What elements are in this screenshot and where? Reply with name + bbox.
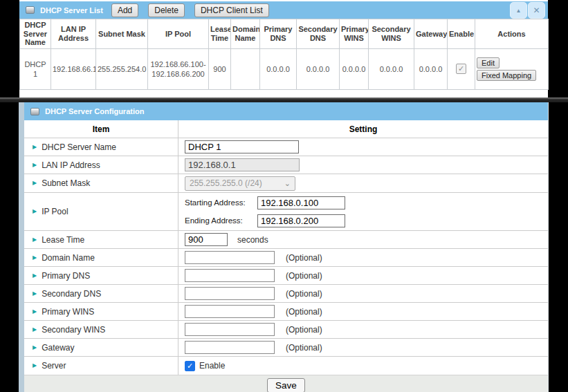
row-label: Domain Name bbox=[42, 253, 95, 263]
row-dhcp-server-name: ▶ DHCP Server Name bbox=[24, 138, 548, 156]
starting-address-input[interactable] bbox=[257, 196, 345, 209]
close-icon: ✕ bbox=[533, 6, 540, 15]
optional-hint: (Optional) bbox=[286, 325, 322, 335]
col-subnet-mask: Subnet Mask bbox=[96, 19, 148, 49]
cell-primary-dns: 0.0.0.0 bbox=[260, 48, 297, 89]
starting-address-label: Starting Address: bbox=[185, 198, 257, 207]
add-button[interactable]: Add bbox=[111, 3, 138, 17]
subnet-mask-select: 255.255.255.0 (/24) ⌄ bbox=[185, 176, 295, 191]
row-domain-name: ▶ Domain Name (Optional) bbox=[24, 248, 548, 266]
bullet-icon: ▶ bbox=[33, 309, 37, 315]
lease-time-unit: seconds bbox=[237, 235, 268, 245]
setting-column-header: Setting bbox=[178, 120, 548, 138]
lan-ip-address-input bbox=[185, 158, 300, 171]
save-button[interactable]: Save bbox=[267, 378, 305, 392]
row-label: Secondary DNS bbox=[42, 289, 101, 299]
server-enable-label: Enable bbox=[199, 361, 225, 371]
screen: DHCP Server List Add Delete DHCP Client … bbox=[0, 0, 568, 392]
cell-domain-name bbox=[231, 48, 260, 89]
row-subnet-mask: ▶ Subnet Mask 255.255.255.0 (/24) ⌄ bbox=[24, 174, 548, 192]
col-lease-time: Lease Time bbox=[209, 19, 231, 49]
server-enable-checkbox[interactable]: ✓ bbox=[185, 361, 195, 371]
row-label: Primary DNS bbox=[42, 271, 90, 281]
edit-button[interactable]: Edit bbox=[477, 57, 500, 68]
cell-secondary-dns: 0.0.0.0 bbox=[297, 48, 340, 89]
enable-checkbox-disabled: ✓ bbox=[456, 64, 466, 74]
dhcp-server-list-table: DHCP Server Name LAN IP Address Subnet M… bbox=[19, 19, 549, 90]
col-ip-pool: IP Pool bbox=[148, 19, 209, 49]
bullet-icon: ▶ bbox=[33, 345, 37, 351]
collapse-panel-button[interactable]: ▲ bbox=[510, 2, 527, 19]
row-label: Lease Time bbox=[42, 235, 84, 245]
row-gateway: ▶ Gateway (Optional) bbox=[24, 338, 548, 356]
optional-hint: (Optional) bbox=[286, 343, 322, 353]
dhcp-server-list-panel: DHCP Server List Add Delete DHCP Client … bbox=[19, 0, 548, 97]
optional-hint: (Optional) bbox=[286, 253, 322, 263]
bullet-icon: ▶ bbox=[33, 162, 37, 168]
panel-left-edge bbox=[19, 102, 24, 392]
cell-ip-pool: 192.168.66.100-192.168.66.200 bbox=[148, 48, 209, 89]
cell-primary-wins: 0.0.0.0 bbox=[340, 48, 369, 89]
subnet-mask-value: 255.255.255.0 (/24) bbox=[190, 178, 262, 188]
optional-hint: (Optional) bbox=[286, 307, 322, 317]
dhcp-server-configuration-panel: DHCP Server Configuration Item Setting ▶… bbox=[24, 102, 549, 392]
bullet-icon: ▶ bbox=[33, 255, 37, 261]
config-table-header: Item Setting bbox=[24, 120, 548, 138]
delete-button[interactable]: Delete bbox=[148, 3, 185, 17]
cell-lease-time: 900 bbox=[209, 48, 231, 89]
bullet-icon: ▶ bbox=[33, 180, 37, 186]
bullet-icon: ▶ bbox=[33, 327, 37, 333]
row-secondary-dns: ▶ Secondary DNS (Optional) bbox=[24, 284, 548, 302]
item-column-header: Item bbox=[24, 120, 178, 138]
col-lan-ip-address: LAN IP Address bbox=[51, 19, 96, 49]
primary-dns-input[interactable] bbox=[185, 269, 275, 282]
col-domain-name: Domain Name bbox=[231, 19, 260, 49]
row-label: LAN IP Address bbox=[42, 160, 100, 170]
ending-address-label: Ending Address: bbox=[185, 216, 257, 225]
cell-secondary-wins: 0.0.0.0 bbox=[369, 48, 414, 89]
row-lan-ip-address: ▶ LAN IP Address bbox=[24, 156, 548, 174]
cell-actions: Edit Fixed Mapping bbox=[475, 48, 549, 89]
secondary-dns-input[interactable] bbox=[185, 287, 275, 300]
list-panel-titlebar: DHCP Server List Add Delete DHCP Client … bbox=[19, 1, 548, 19]
dhcp-client-list-button[interactable]: DHCP Client List bbox=[194, 3, 269, 17]
domain-name-input[interactable] bbox=[185, 251, 275, 264]
region-separator bbox=[0, 97, 568, 102]
col-primary-dns: Primary DNS bbox=[260, 19, 297, 49]
cell-subnet-mask: 255.255.254.0 bbox=[96, 48, 148, 89]
panel-icon bbox=[30, 108, 39, 115]
close-panel-button[interactable]: ✕ bbox=[528, 2, 545, 19]
col-gateway: Gateway bbox=[414, 19, 448, 49]
config-panel-title: DHCP Server Configuration bbox=[45, 107, 144, 115]
row-label: IP Pool bbox=[42, 207, 68, 216]
col-secondary-wins: Secondary WINS bbox=[369, 19, 414, 49]
list-header-row: DHCP Server Name LAN IP Address Subnet M… bbox=[20, 19, 549, 49]
fixed-mapping-button[interactable]: Fixed Mapping bbox=[477, 70, 536, 81]
col-enable: Enable bbox=[448, 19, 475, 49]
dhcp-server-name-input[interactable] bbox=[185, 140, 299, 153]
row-label: Primary WINS bbox=[42, 307, 94, 317]
row-label: Server bbox=[42, 361, 66, 371]
bullet-icon: ▶ bbox=[33, 209, 37, 214]
config-panel-titlebar: DHCP Server Configuration bbox=[24, 102, 548, 120]
lease-time-input[interactable] bbox=[185, 233, 228, 246]
row-label: Gateway bbox=[42, 343, 74, 353]
row-lease-time: ▶ Lease Time seconds bbox=[24, 230, 548, 248]
gateway-input[interactable] bbox=[185, 341, 275, 354]
config-panel-footer: Save bbox=[24, 375, 548, 392]
col-actions: Actions bbox=[475, 19, 549, 49]
cell-lan-ip: 192.168.66.1 bbox=[51, 48, 96, 89]
row-label: Secondary WINS bbox=[42, 325, 105, 335]
secondary-wins-input[interactable] bbox=[185, 323, 275, 336]
cell-enable: ✓ bbox=[448, 48, 475, 89]
cell-name: DHCP 1 bbox=[20, 48, 51, 89]
col-dhcp-server-name: DHCP Server Name bbox=[20, 19, 51, 49]
col-primary-wins: Primary WINS bbox=[340, 19, 369, 49]
optional-hint: (Optional) bbox=[286, 289, 322, 299]
bullet-icon: ▶ bbox=[33, 273, 37, 279]
row-primary-wins: ▶ Primary WINS (Optional) bbox=[24, 302, 548, 320]
table-row: DHCP 1 192.168.66.1 255.255.254.0 192.16… bbox=[20, 48, 549, 89]
ending-address-input[interactable] bbox=[257, 214, 345, 227]
row-label: Subnet Mask bbox=[42, 178, 90, 188]
primary-wins-input[interactable] bbox=[185, 305, 275, 318]
